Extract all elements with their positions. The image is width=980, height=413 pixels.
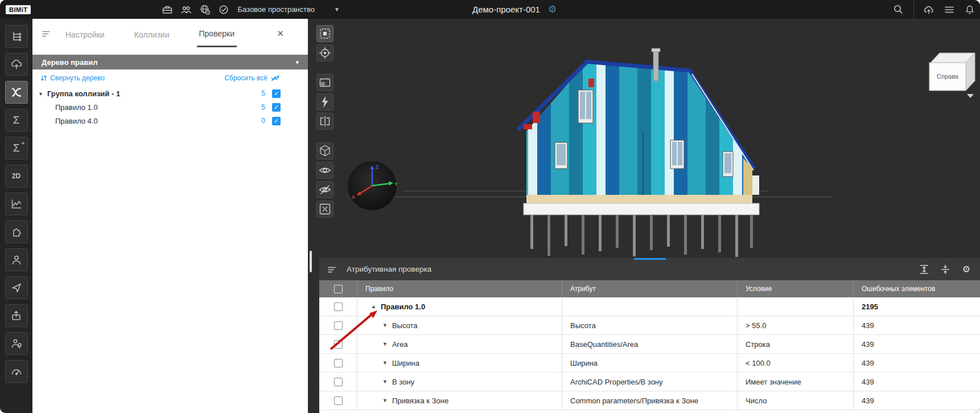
table-row[interactable]: ▼Area BaseQuantities/Area Строка 439 <box>319 335 980 354</box>
collision-count: 0 <box>261 117 265 125</box>
cube-icon[interactable] <box>316 142 333 160</box>
window <box>555 142 567 169</box>
collapse-tree-link[interactable]: Свернуть дерево <box>40 74 105 82</box>
team-icon[interactable] <box>180 4 192 15</box>
model-tree-icon[interactable] <box>5 25 28 48</box>
attribute-value: ArchiCAD Properties/В зону <box>562 373 737 391</box>
panel-scrollbar[interactable] <box>310 251 312 272</box>
row-checkbox[interactable] <box>334 359 343 367</box>
topbar-right-tools <box>893 0 975 19</box>
plugins-icon[interactable] <box>5 220 28 243</box>
rule-checkbox[interactable]: ✓ <box>272 103 281 112</box>
compare-views-icon[interactable] <box>316 113 333 130</box>
rule-name: Правило 1.0 <box>381 302 425 311</box>
user-pin-icon[interactable] <box>5 332 28 355</box>
expand-caret-icon[interactable]: ▼ <box>382 379 388 385</box>
reset-all-link[interactable]: Сбросить всё <box>224 74 281 82</box>
panel-menu-icon[interactable] <box>42 30 51 38</box>
check-circle-icon[interactable] <box>218 4 229 15</box>
expand-caret-icon[interactable]: ▼ <box>382 341 388 347</box>
dashboard-icon[interactable] <box>5 360 28 383</box>
cloud-upload-icon[interactable] <box>5 53 28 76</box>
table-row[interactable]: ▼Ширина Ширина < 100.0 439 <box>319 354 980 373</box>
viewport-3d[interactable]: Z X Y Справа Атрибутивная проверка <box>308 19 980 413</box>
2d-view-icon[interactable]: 2D <box>5 165 28 187</box>
row-checkbox[interactable] <box>334 302 343 311</box>
export-icon[interactable] <box>5 304 28 327</box>
expand-caret-icon[interactable]: ▼ <box>382 322 388 328</box>
tree-row-rule-1[interactable]: Правило 1.0 5 ✓ <box>32 100 308 114</box>
tree-row-group[interactable]: ▾ Группа коллизий - 1 5 ✓ <box>32 87 308 100</box>
expand-caret-icon[interactable]: ▼ <box>382 398 388 403</box>
zoom-target-icon[interactable] <box>316 44 333 62</box>
remove-box-icon[interactable] <box>316 201 333 218</box>
workspace-dropdown[interactable]: Базовое пространство ▼ <box>237 5 339 14</box>
tree-rule-label: Правило 1.0 <box>39 103 98 112</box>
collapse-caret-icon[interactable]: ▲ <box>371 304 376 309</box>
reset-all-label: Сбросить всё <box>224 74 267 82</box>
chevron-down-icon[interactable]: ▾ <box>39 91 47 97</box>
user-icon[interactable] <box>5 248 28 271</box>
sum-icon[interactable]: Σ <box>5 109 28 132</box>
errors-count: 439 <box>853 391 980 410</box>
tab-settings[interactable]: Настройки <box>63 21 107 47</box>
table-row-group[interactable]: ▲Правило 1.0 2195 <box>319 297 980 316</box>
table-row[interactable]: ▼Высота Высота > 55.0 439 <box>319 316 980 335</box>
condition-value: Строка <box>737 335 853 353</box>
col-header-errors[interactable]: Ошибочных элементов <box>853 280 980 297</box>
workspace-dropdown-value: Базовое пространство <box>237 5 315 14</box>
row-checkbox[interactable] <box>334 321 343 330</box>
search-icon[interactable] <box>893 4 904 15</box>
table-row[interactable]: ▼Привязка к Зоне Common parameters/Привя… <box>319 391 980 410</box>
tree-actions-row: Свернуть дерево Сбросить всё <box>32 69 308 87</box>
attribute-check-panel: Атрибутивная проверка ⚙ Правило Атрибут … <box>319 258 980 413</box>
close-icon[interactable]: ✕ <box>277 28 284 39</box>
settings-gear-icon[interactable]: ⚙ <box>961 264 972 275</box>
window <box>670 140 684 169</box>
expand-caret-icon[interactable]: ▼ <box>382 360 388 366</box>
hide-elements-icon[interactable] <box>316 181 333 198</box>
navigate-icon[interactable] <box>5 276 28 299</box>
overlay-view-icon[interactable] <box>316 74 333 91</box>
orientation-gizmo[interactable]: Z X Y <box>346 160 398 212</box>
row-checkbox[interactable] <box>334 340 343 349</box>
row-checkbox[interactable] <box>334 378 343 386</box>
toolbox-icon[interactable] <box>162 4 173 15</box>
show-elements-icon[interactable] <box>316 162 333 179</box>
collisions-icon[interactable] <box>5 81 28 104</box>
errors-count: 439 <box>853 316 980 334</box>
sum-add-icon[interactable]: Σ+ <box>5 137 28 160</box>
table-row[interactable]: ▼В зону ArchiCAD Properties/В зону Имеет… <box>319 373 980 391</box>
col-header-attribute[interactable]: Атрибут <box>562 280 737 297</box>
bell-icon[interactable] <box>964 4 975 15</box>
rule-checkbox[interactable]: ✓ <box>272 117 281 125</box>
group-checkbox[interactable]: ✓ <box>272 89 281 98</box>
chevron-down-icon: ▾ <box>295 59 299 66</box>
panel-menu-icon[interactable] <box>327 265 336 273</box>
select-all-checkbox[interactable] <box>334 285 343 293</box>
tab-collisions[interactable]: Коллизии <box>132 21 172 47</box>
view-cube-rotate-arrow[interactable] <box>967 94 974 98</box>
col-header-condition[interactable]: Условие <box>737 280 853 297</box>
tree-row-rule-4[interactable]: Правило 4.0 0 ✓ <box>32 114 308 128</box>
panel-resize-handle[interactable] <box>634 258 666 260</box>
clash-marker <box>533 112 540 123</box>
fit-rows-icon[interactable] <box>919 264 930 275</box>
rule-name: Ширина <box>392 359 419 367</box>
cloud-sync-icon[interactable] <box>923 4 934 15</box>
project-settings-gear-icon[interactable]: ⚙ <box>548 5 557 14</box>
graphs-icon[interactable] <box>5 193 28 215</box>
view-cube[interactable]: Справа <box>921 46 978 100</box>
tab-checks[interactable]: Проверки <box>197 20 237 47</box>
collapse-rows-icon[interactable] <box>940 264 951 275</box>
checks-panel: Настройки Коллизии Проверки ✕ Дерево пра… <box>32 19 308 413</box>
select-region-icon[interactable] <box>316 25 333 42</box>
col-header-rule[interactable]: Правило <box>357 280 562 297</box>
session-globe-icon[interactable] <box>199 4 211 15</box>
row-checkbox[interactable] <box>334 396 343 405</box>
app-window: BIMiT Базовое пространство ▼ Демо-проект… <box>0 0 980 413</box>
list-icon[interactable] <box>944 4 955 15</box>
rules-tree-section-header[interactable]: Дерево правил ▾ <box>32 55 308 69</box>
errors-count: 439 <box>853 354 980 372</box>
flash-icon[interactable] <box>316 93 333 111</box>
